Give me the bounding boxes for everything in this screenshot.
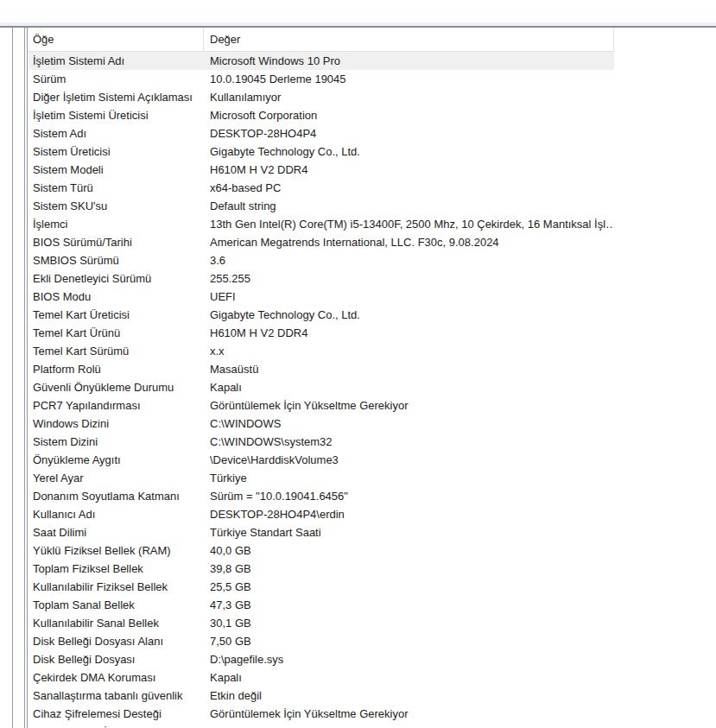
table-row[interactable]: Sistem Türü x64-based PC (29, 179, 614, 197)
system-summary-listview: Öğe Değer İşletim Sistemi Adı Microsoft … (29, 28, 716, 728)
row-item-cell: Temel Kart Sürümü (29, 345, 204, 358)
row-value-cell: H610M H V2 DDR4 (204, 163, 614, 176)
table-row[interactable]: Toplam Fiziksel Bellek 39,8 GB (29, 560, 614, 578)
table-row[interactable]: Sistem SKU'su Default string (29, 197, 614, 215)
table-row[interactable]: Temel Kart Ürünü H610M H V2 DDR4 (29, 324, 614, 342)
table-row[interactable]: Hyper-V - VM İzleyici Modu Uzantıları Ev… (29, 723, 614, 728)
row-item-cell: SMBIOS Sürümü (29, 254, 204, 267)
row-value-cell: Default string (204, 199, 614, 212)
row-value-cell: Görüntülemek İçin Yükseltme Gerekiyor (204, 707, 614, 720)
row-value-cell: UEFI (204, 290, 614, 303)
table-row[interactable]: İşletim Sistemi Üreticisi Microsoft Corp… (29, 106, 614, 124)
row-item-cell: Sürüm (29, 73, 204, 85)
system-information-window: Öğe Değer İşletim Sistemi Adı Microsoft … (0, 0, 716, 728)
row-item-cell: İşlemci (29, 218, 204, 231)
table-row[interactable]: Diğer İşletim Sistemi Açıklaması Kullanı… (29, 88, 614, 106)
listview-border-outer (24, 28, 25, 728)
tree-pane-divider[interactable] (12, 28, 13, 728)
row-item-cell: Kullanılabilir Sanal Bellek (29, 617, 204, 630)
row-item-cell: Sistem Dizini (29, 435, 204, 448)
column-header-item[interactable]: Öğe (29, 28, 204, 51)
table-row[interactable]: SMBIOS Sürümü 3.6 (29, 251, 614, 269)
table-row[interactable]: Cihaz Şifrelemesi Desteği Görüntülemek İ… (29, 705, 614, 723)
row-value-cell: Etkin değil (204, 689, 614, 702)
table-row[interactable]: Yerel Ayar Türkiye (29, 469, 614, 487)
row-value-cell: 47,3 GB (204, 598, 614, 611)
row-item-cell: Toplam Fiziksel Bellek (29, 562, 204, 575)
table-row[interactable]: Sistem Üreticisi Gigabyte Technology Co.… (29, 142, 614, 161)
table-row[interactable]: BIOS Sürümü/Tarihi American Megatrends I… (29, 233, 614, 251)
row-item-cell: Sanallaştırma tabanlı güvenlik (29, 689, 204, 702)
row-value-cell: American Megatrends International, LLC. … (204, 236, 614, 249)
table-row[interactable]: Temel Kart Üreticisi Gigabyte Technology… (29, 306, 614, 324)
table-row[interactable]: Sistem Adı DESKTOP-28HO4P4 (29, 124, 614, 142)
table-row[interactable]: Kullanılabilir Sanal Bellek 30,1 GB (29, 614, 614, 632)
table-row[interactable]: Çekirdek DMA Koruması Kapalı (29, 668, 614, 687)
row-item-cell: Kullanılabilir Fiziksel Bellek (29, 580, 204, 593)
row-item-cell: Sistem Adı (29, 127, 204, 140)
row-item-cell: BIOS Modu (29, 290, 204, 303)
table-row[interactable]: Kullanıcı Adı DESKTOP-28HO4P4\erdin (29, 505, 614, 523)
row-value-cell: C:\WINDOWS (204, 417, 614, 430)
row-value-cell: Microsoft Corporation (204, 109, 614, 122)
table-row[interactable]: Donanım Soyutlama Katmanı Sürüm = "10.0.… (29, 487, 614, 505)
table-row[interactable]: Saat Dilimi Türkiye Standart Saati (29, 523, 614, 541)
row-value-cell: 40,0 GB (204, 544, 614, 557)
table-row[interactable]: Temel Kart Sürümü x.x (29, 342, 614, 360)
table-row[interactable]: Windows Dizini C:\WINDOWS (29, 415, 614, 433)
table-row[interactable]: PCR7 Yapılandırması Görüntülemek İçin Yü… (29, 396, 614, 415)
row-item-cell: Temel Kart Üreticisi (29, 308, 204, 321)
table-row[interactable]: Güvenli Önyükleme Durumu Kapalı (29, 378, 614, 396)
table-row[interactable]: Kullanılabilir Fiziksel Bellek 25,5 GB (29, 578, 614, 596)
row-value-cell: Kapalı (204, 671, 614, 684)
row-value-cell: 39,8 GB (204, 562, 614, 575)
row-item-cell: Ekli Denetleyici Sürümü (29, 272, 204, 285)
table-row[interactable]: Sürüm 10.0.19045 Derleme 19045 (29, 70, 614, 88)
row-item-cell: İşletim Sistemi Üreticisi (29, 109, 204, 122)
row-item-cell: Yerel Ayar (29, 472, 204, 484)
row-value-cell: Masaüstü (204, 363, 614, 376)
table-row[interactable]: İşlemci 13th Gen Intel(R) Core(TM) i5-13… (29, 215, 614, 233)
table-row[interactable]: Disk Belleği Dosyası Alanı 7,50 GB (29, 632, 614, 650)
table-row[interactable]: Önyükleme Aygıtı \Device\HarddiskVolume3 (29, 451, 614, 469)
row-value-cell: x64-based PC (204, 181, 614, 194)
table-row[interactable]: Disk Belleği Dosyası D:\pagefile.sys (29, 650, 614, 668)
row-value-cell: D:\pagefile.sys (204, 653, 614, 666)
row-item-cell: PCR7 Yapılandırması (29, 399, 204, 412)
row-item-cell: Disk Belleği Dosyası Alanı (29, 635, 204, 648)
row-item-cell: Diğer İşletim Sistemi Açıklaması (29, 91, 204, 104)
table-row[interactable]: Sanallaştırma tabanlı güvenlik Etkin değ… (29, 687, 614, 705)
row-value-cell: DESKTOP-28HO4P4\erdin (204, 508, 614, 521)
table-row[interactable]: İşletim Sistemi Adı Microsoft Windows 10… (29, 52, 614, 70)
table-row[interactable]: Ekli Denetleyici Sürümü 255.255 (29, 269, 614, 288)
table-row[interactable]: Toplam Sanal Bellek 47,3 GB (29, 596, 614, 614)
row-item-cell: Önyükleme Aygıtı (29, 453, 204, 466)
table-row[interactable]: BIOS Modu UEFI (29, 288, 614, 306)
row-value-cell: Türkiye (204, 472, 614, 484)
row-item-cell: Windows Dizini (29, 417, 204, 430)
row-value-cell: Gigabyte Technology Co., Ltd. (204, 145, 614, 158)
row-value-cell: 255.255 (204, 272, 614, 285)
table-row[interactable]: Yüklü Fiziksel Bellek (RAM) 40,0 GB (29, 541, 614, 560)
row-item-cell: Sistem SKU'su (29, 199, 204, 212)
row-value-cell: C:\WINDOWS\system32 (204, 435, 614, 448)
row-value-cell: Kullanılamıyor (204, 91, 614, 104)
row-value-cell: 25,5 GB (204, 580, 614, 593)
table-row[interactable]: Sistem Dizini C:\WINDOWS\system32 (29, 433, 614, 451)
row-item-cell: BIOS Sürümü/Tarihi (29, 236, 204, 249)
row-value-cell: 7,50 GB (204, 635, 614, 648)
row-item-cell: Sistem Türü (29, 181, 204, 194)
row-item-cell: Yüklü Fiziksel Bellek (RAM) (29, 544, 204, 557)
table-row[interactable]: Platform Rolü Masaüstü (29, 360, 614, 378)
row-value-cell: 13th Gen Intel(R) Core(TM) i5-13400F, 25… (204, 218, 614, 231)
row-value-cell: Türkiye Standart Saati (204, 526, 614, 539)
column-header-value[interactable]: Değer (204, 28, 614, 51)
row-item-cell: Donanım Soyutlama Katmanı (29, 490, 204, 503)
row-item-cell: Cihaz Şifrelemesi Desteği (29, 707, 204, 720)
row-value-cell: DESKTOP-28HO4P4 (204, 127, 614, 140)
row-item-cell: Çekirdek DMA Koruması (29, 671, 204, 684)
row-item-cell: Sistem Üreticisi (29, 145, 204, 158)
row-value-cell: 10.0.19045 Derleme 19045 (204, 73, 614, 85)
table-row[interactable]: Sistem Modeli H610M H V2 DDR4 (29, 161, 614, 179)
row-value-cell: H610M H V2 DDR4 (204, 326, 614, 339)
